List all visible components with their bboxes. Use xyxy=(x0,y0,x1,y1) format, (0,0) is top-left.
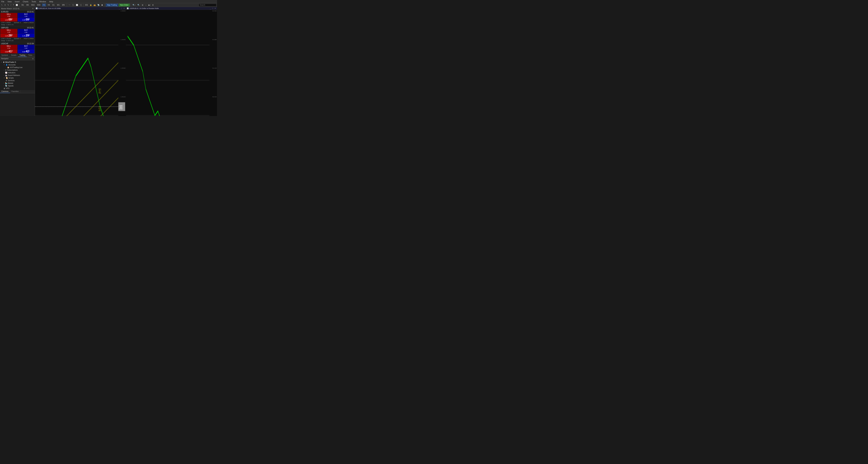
toolbar-lock[interactable]: 🔒 xyxy=(89,3,92,7)
toolbar-arrows[interactable]: ↔ xyxy=(145,3,147,7)
nav-metatrader5[interactable]: ▼ 🖥 MetaTrader 5 xyxy=(0,61,35,63)
nav-accounts-label: Accounts xyxy=(8,64,16,66)
toolbar-zoomout[interactable]: 🔍- xyxy=(137,3,141,7)
toolbar-linechart[interactable]: 〰 xyxy=(68,3,71,7)
algo-trading-button[interactable]: Algo Trading xyxy=(106,4,118,6)
menu-charts[interactable]: Charts xyxy=(22,1,29,3)
usdchf-buy-price[interactable]: 0.88 421 xyxy=(18,50,35,53)
mw-tab-trading[interactable]: Trading xyxy=(18,54,27,57)
nav-accounts[interactable]: ▼ 👤 Accounts xyxy=(0,63,35,66)
gbpusd-spread: Spread: 6 xyxy=(14,38,21,39)
eurusd-price-scale: 1.09630 1.09455 1.09280 1.09105 1.08930 … xyxy=(117,10,126,116)
toolbar-settings[interactable]: ⚙ xyxy=(152,3,154,7)
menu-window[interactable]: Window xyxy=(39,1,46,3)
toolbar-zoomin[interactable]: 🔍+ xyxy=(132,3,136,7)
toolbar-barchart[interactable]: ⬛ xyxy=(71,3,75,7)
nav-ind-icon: 📈 xyxy=(5,72,7,74)
toolbar: ↖ ✛ ✎ / T ⬜ M1 M5 M15 M30 H1 H4 D1 W1 MN… xyxy=(0,3,217,7)
chart-eurusd: 📊 EURUSD,H1: Euro vs US Dollar _ □ ✕ xyxy=(35,7,126,116)
toolbar-line[interactable]: / xyxy=(10,3,12,7)
timeframe-w1[interactable]: W1 xyxy=(56,4,61,6)
navigator-header: Navigator ✕ xyxy=(0,57,35,61)
menu-tools[interactable]: Tools xyxy=(31,1,36,3)
eurusd-sell-price[interactable]: 1.09 092 xyxy=(0,18,17,22)
nav-subscriptions[interactable]: + ✉ Subscriptions xyxy=(0,69,35,71)
search-input[interactable] xyxy=(199,4,216,6)
eurusd-close[interactable]: ✕ xyxy=(123,7,125,9)
toolbar-stream[interactable]: 📡 xyxy=(97,3,100,7)
mw-tab-details[interactable]: Details xyxy=(10,54,18,57)
nav-market-label: Market xyxy=(8,82,13,84)
menu-help[interactable]: Help xyxy=(49,1,54,3)
toolbar-text[interactable]: T xyxy=(12,3,14,7)
navigator-close[interactable]: ✕ xyxy=(32,58,34,60)
market-watch-title: Market Watch: 10:22:41 xyxy=(1,8,20,10)
market-watch-close[interactable]: ✕ xyxy=(32,7,34,10)
nav-indicators[interactable]: + 📈 Indicators xyxy=(0,71,35,74)
usdchf-buy-btn[interactable]: BUY0.00 xyxy=(18,45,35,49)
eurusd-low-label: LOW 1.08955 xyxy=(1,22,11,24)
mw-tab-symbols[interactable]: Symbols xyxy=(0,54,10,57)
gbpusd-sell-price[interactable]: 1.25 284 xyxy=(0,34,17,37)
toolbar-ide[interactable]: IDE xyxy=(85,3,89,7)
timeframe-h1[interactable]: H1 xyxy=(42,4,46,6)
eurusd-chart-body[interactable]: 38.2 50.0 61.8 868.8 xyxy=(35,10,126,116)
menu-insert[interactable]: Insert xyxy=(14,1,20,3)
usdrub-chart-body[interactable]: 87.800 92.560 91.888 91.216 90.544 89.87… xyxy=(126,10,217,116)
timeframe-m30[interactable]: M30 xyxy=(36,4,41,6)
timeframe-m15[interactable]: M15 xyxy=(30,4,35,6)
menu-view[interactable]: View xyxy=(7,1,12,3)
toolbar-sep4 xyxy=(104,4,105,6)
gbpusd-price-big: 1.25 284 1.25 290 xyxy=(0,34,35,37)
timeframe-m1[interactable]: M1 xyxy=(21,4,25,6)
nav-iux[interactable]: + 🏠 IUXTrading-Live xyxy=(0,66,35,69)
toolbar-radio[interactable]: 📻 xyxy=(93,3,96,7)
timeframe-d1[interactable]: D1 xyxy=(52,4,56,6)
usdrub-minimize[interactable]: _ xyxy=(210,7,211,9)
nav-scripts[interactable]: ▼ 📜 Scripts xyxy=(0,77,35,79)
nav-ind-label: Indicators xyxy=(8,72,16,74)
instrument-usdchf: USDCHF 10:22:39 SELL0.00 BUY0.00 0.88 41… xyxy=(0,42,35,54)
toolbar-pencil[interactable]: ✎ xyxy=(7,3,9,7)
eurusd-sell-btn[interactable]: SELL0.00 xyxy=(0,13,17,18)
menu-bar: File View Insert Charts Tools Window Hel… xyxy=(0,0,217,3)
toolbar-candlestick[interactable]: ⬜ xyxy=(75,3,79,7)
nav-expert-advisors[interactable]: + 🤖 Expert Advisors xyxy=(0,74,35,77)
usdrub-maximize[interactable]: □ xyxy=(212,7,214,9)
toolbar-eraser[interactable]: ⬜ xyxy=(15,3,18,7)
gbpusd-buy-price[interactable]: 1.25 290 xyxy=(18,34,35,37)
timeframe-m5[interactable]: M5 xyxy=(26,4,30,6)
toolbar-crosshair[interactable]: ✛ xyxy=(4,3,6,7)
usdchf-sell-price[interactable]: 0.88 418 xyxy=(0,50,17,53)
instrument-eurusd: EURUSD 10:22:41 SELL0.00 BUY0.00 1.09 09… xyxy=(0,10,35,26)
nav-signals[interactable]: + 📡 Signals xyxy=(0,85,35,87)
eurusd-maximize[interactable]: □ xyxy=(121,7,122,9)
eurusd-chart-title: EURUSD,H1: Euro vs US Dollar xyxy=(38,7,118,9)
eurusd-buy-btn[interactable]: BUY0.00 xyxy=(18,13,35,18)
nav-tabs: Common Favorites xyxy=(0,90,35,93)
toolbar-cursor[interactable]: ↖ xyxy=(1,3,3,7)
gbpusd-sell-btn[interactable]: SELL0.00 xyxy=(0,29,17,33)
nav-market[interactable]: + 🏪 Market xyxy=(0,82,35,85)
timeframe-h4[interactable]: H4 xyxy=(47,4,51,6)
new-order-button[interactable]: New Order xyxy=(119,4,130,6)
eurusd-buy-price[interactable]: 1.09 095 xyxy=(18,18,35,22)
usdrub-close[interactable]: ✕ xyxy=(214,7,216,9)
toolbar-heiken[interactable]: ⬛ xyxy=(79,3,82,7)
toolbar-stop[interactable]: ⏹ xyxy=(101,3,103,7)
nav-tab-favorites[interactable]: Favorites xyxy=(10,90,20,93)
toolbar-grid[interactable]: ⊞ xyxy=(141,3,144,7)
gbpusd-buy-btn[interactable]: BUY0.00 xyxy=(18,29,35,33)
nav-services[interactable]: ⚙ Services xyxy=(0,79,35,82)
menu-file[interactable]: File xyxy=(1,1,5,3)
nav-mt5-icon: 🖥 xyxy=(3,61,4,63)
timeframe-mn[interactable]: MN xyxy=(61,4,66,6)
mw-tab-ticks[interactable]: Ticks xyxy=(27,54,34,57)
usdchf-time: 10:22:39 xyxy=(27,43,34,45)
eurusd-minimize[interactable]: _ xyxy=(119,7,120,9)
usdchf-sell-btn[interactable]: SELL0.00 xyxy=(0,45,17,49)
toolbar-chart-shift[interactable]: ▶| xyxy=(148,3,151,7)
nav-vps[interactable]: 🖥 VPS xyxy=(0,87,35,90)
nav-tab-common[interactable]: Common xyxy=(0,90,10,93)
nav-mt5-label: MetaTrader 5 xyxy=(5,61,16,63)
